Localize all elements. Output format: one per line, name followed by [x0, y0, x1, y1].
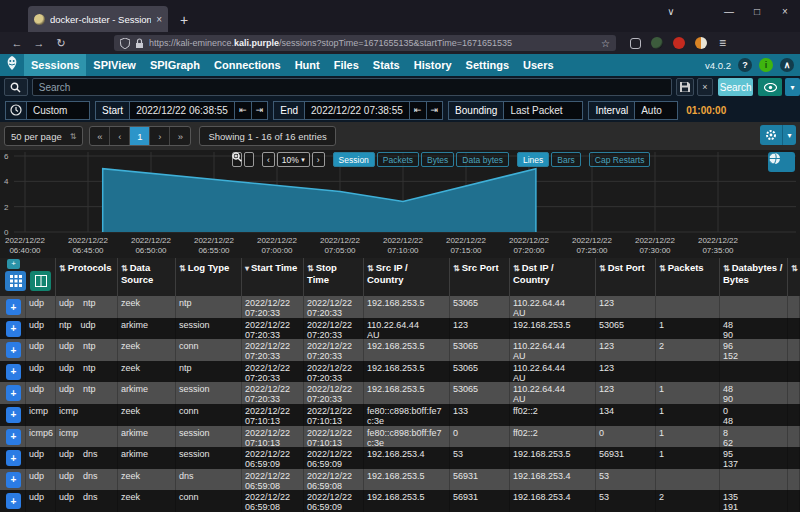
column-header-data-source[interactable]: ⇅Data Source	[118, 258, 176, 296]
expander-cell: +	[0, 490, 26, 512]
column-header-dst-ip-country[interactable]: ⇅Dst IP / Country	[510, 258, 596, 296]
nav-item-spiview[interactable]: SPIView	[86, 54, 143, 76]
help-icon[interactable]: ?	[738, 58, 752, 72]
tab-list-icon[interactable]: ∨	[664, 6, 678, 17]
expand-session-button[interactable]: +	[6, 472, 21, 488]
session-row: +udpudpdnszeekconn2022/12/2206:59:082022…	[0, 490, 800, 512]
zoom-in-button[interactable]	[244, 152, 254, 167]
lock-icon[interactable]	[135, 38, 144, 49]
views-button[interactable]	[758, 78, 782, 96]
nav-item-settings[interactable]: Settings	[459, 54, 516, 76]
toggle-packets[interactable]: Packets	[377, 152, 419, 167]
minimize-icon[interactable]: —	[722, 6, 736, 17]
views-dropdown-icon[interactable]: ▾	[785, 78, 800, 96]
health-status-icon[interactable]: i	[759, 58, 773, 72]
next-page-button[interactable]: ›	[150, 127, 170, 145]
expand-session-button[interactable]: +	[6, 321, 21, 337]
bounding-select[interactable]: Last Packet	[503, 101, 583, 120]
search-actions-button[interactable]	[4, 78, 28, 96]
first-page-button[interactable]: «	[90, 127, 110, 145]
nav-item-stats[interactable]: Stats	[366, 54, 407, 76]
close-icon[interactable]: ×	[778, 6, 792, 17]
start-skip-forward-icon[interactable]: ⇥	[251, 101, 269, 120]
grid-view-button[interactable]	[5, 271, 26, 291]
nav-item-hunt[interactable]: Hunt	[288, 54, 327, 76]
toggle-lines[interactable]: Lines	[517, 152, 549, 167]
expand-session-button[interactable]: +	[6, 407, 21, 423]
clock-icon	[10, 104, 22, 116]
pan-right-button[interactable]: ›	[312, 152, 325, 167]
zoom-level-select[interactable]: 10% ▾	[277, 152, 310, 167]
per-page-select[interactable]: 50 per page ⇅	[4, 126, 83, 146]
expand-session-button[interactable]: +	[6, 493, 21, 509]
back-icon[interactable]: ←	[6, 37, 28, 49]
end-time-input[interactable]: 2022/12/22 07:38:55	[304, 101, 410, 120]
extension-icon-1[interactable]	[630, 38, 641, 49]
collapse-header-icon[interactable]: ∧	[780, 58, 794, 72]
src-port-cell: 123	[450, 318, 510, 340]
column-header-protocols[interactable]: ⇅Protocols	[56, 258, 118, 296]
column-header-src-ip-country[interactable]: ⇅Src IP / Country	[364, 258, 450, 296]
expand-session-button[interactable]: +	[6, 385, 21, 401]
url-field[interactable]: https://kali-eminence.kali.purple/sessio…	[114, 35, 616, 51]
time-range-select[interactable]: Custom	[26, 101, 90, 120]
column-header-packets[interactable]: ⇅Packets	[656, 258, 720, 296]
expand-all-button[interactable]: +	[7, 259, 20, 269]
app-menu-icon[interactable]: ≡	[719, 36, 726, 50]
search-button[interactable]: Search	[718, 78, 754, 96]
nav-item-connections[interactable]: Connections	[207, 54, 288, 76]
nav-item-spigraph[interactable]: SPIGraph	[143, 54, 207, 76]
toggle-bytes[interactable]: Bytes	[421, 152, 454, 167]
current-page-button[interactable]: 1	[130, 127, 150, 145]
toggle-data-bytes[interactable]: Data bytes	[456, 152, 509, 167]
expand-session-button[interactable]: +	[6, 342, 21, 358]
expand-session-button[interactable]: +	[6, 429, 21, 445]
column-header-start-time[interactable]: ▾Start Time	[242, 258, 304, 296]
time-duration: 01:00:00	[686, 105, 726, 116]
reload-icon[interactable]: ↻	[50, 37, 72, 50]
expand-session-button[interactable]: +	[6, 299, 21, 315]
search-input[interactable]	[32, 78, 673, 96]
column-header-databytes-bytes[interactable]: ⇅Databytes / Bytes	[720, 258, 788, 296]
shield-permissions-icon[interactable]	[120, 38, 130, 49]
gear-icon[interactable]	[760, 125, 782, 145]
bookmark-star-icon[interactable]: ☆	[601, 38, 610, 49]
firefox-account-icon[interactable]	[695, 37, 707, 49]
last-page-button[interactable]: »	[170, 127, 190, 145]
data-source-cell: arkime	[118, 318, 176, 340]
prev-page-button[interactable]: ‹	[110, 127, 130, 145]
start-time-input[interactable]: 2022/12/22 06:38:55	[129, 101, 235, 120]
toggle-bars[interactable]: Bars	[551, 152, 580, 167]
toggle-cap-restarts[interactable]: Cap Restarts	[589, 152, 651, 167]
nav-item-files[interactable]: Files	[327, 54, 366, 76]
forward-icon[interactable]: →	[28, 37, 50, 49]
column-header-src-port[interactable]: ⇅Src Port	[450, 258, 510, 296]
column-header-log-type[interactable]: ⇅Log Type	[176, 258, 242, 296]
nav-item-users[interactable]: Users	[516, 54, 561, 76]
interval-select[interactable]: Auto	[634, 101, 678, 120]
maximize-icon[interactable]: □	[750, 6, 764, 17]
column-layout-button[interactable]	[30, 271, 51, 291]
end-skip-forward-icon[interactable]: ⇥	[426, 101, 444, 120]
save-search-button[interactable]	[676, 78, 694, 96]
time-settings-button[interactable]	[5, 101, 27, 120]
pan-left-button[interactable]: ‹	[262, 152, 275, 167]
expand-session-button[interactable]: +	[6, 364, 21, 380]
packets-cell: 2	[656, 339, 720, 361]
settings-caret-icon[interactable]: ▾	[782, 125, 796, 145]
nav-item-history[interactable]: History	[407, 54, 459, 76]
tab-close-icon[interactable]: ×	[156, 14, 162, 25]
clear-search-icon[interactable]: ×	[697, 78, 713, 96]
extension-icon-2[interactable]	[651, 37, 663, 49]
new-tab-button[interactable]: +	[180, 12, 188, 28]
column-header-stop-time[interactable]: ⇅Stop Time	[304, 258, 364, 296]
map-toggle-button[interactable]	[768, 152, 795, 172]
browser-tab[interactable]: docker-cluster - Sessions ×	[28, 6, 168, 32]
nav-item-sessions[interactable]: Sessions	[24, 54, 86, 76]
toggle-session[interactable]: Session	[333, 152, 375, 167]
extension-icon-3[interactable]	[673, 37, 685, 49]
start-skip-back-icon[interactable]: ⇤	[234, 101, 252, 120]
expand-session-button[interactable]: +	[6, 450, 21, 466]
column-header-dst-port[interactable]: ⇅Dst Port	[596, 258, 656, 296]
end-skip-back-icon[interactable]: ⇤	[409, 101, 427, 120]
